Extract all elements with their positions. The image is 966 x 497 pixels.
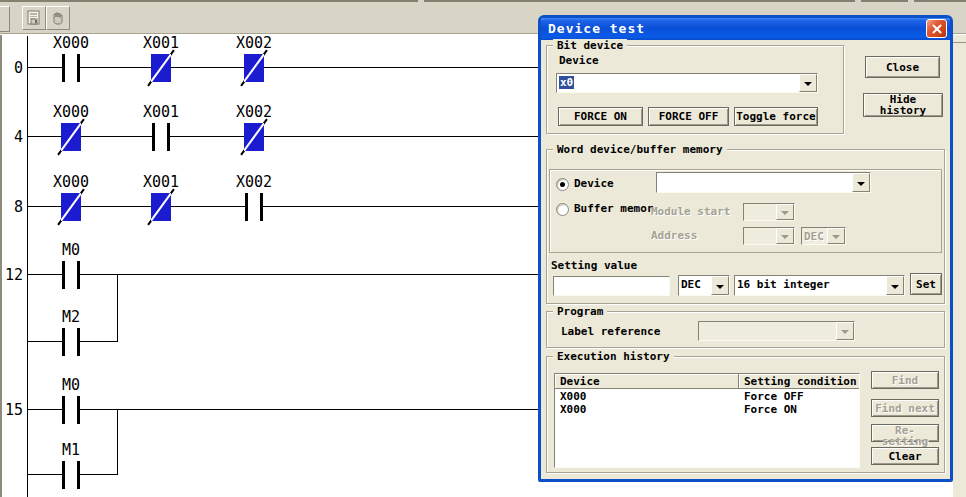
contact-bar (77, 461, 80, 489)
rung-number: 0 (0, 59, 23, 77)
monitor-write-button[interactable] (22, 6, 46, 30)
contact-X002[interactable]: X002 (222, 34, 286, 86)
execution-history-group-label: Execution history (553, 350, 674, 363)
word-device-combo-arrow[interactable] (852, 173, 870, 192)
program-group-label: Program (553, 305, 607, 318)
contact-bar (245, 193, 248, 221)
contact-gap (65, 408, 77, 412)
module-start-label: Module start (651, 205, 730, 218)
branch-vertical (117, 410, 118, 475)
hand-icon (50, 10, 66, 26)
monitor-write-icon (26, 10, 42, 26)
contact-X000[interactable]: X000 (39, 34, 103, 86)
ladder-view-left-border (0, 34, 2, 497)
module-start-combo (743, 203, 795, 221)
contact-X002[interactable]: X002 (222, 173, 286, 225)
contact-on-box (151, 193, 171, 221)
setting-format-combo[interactable]: 16 bit integer (734, 275, 905, 296)
contact-bar (260, 193, 263, 221)
execution-history-table[interactable]: DeviceSetting conditionX000Force OFFX000… (554, 373, 860, 468)
contact-label: X000 (39, 34, 103, 52)
set-button[interactable]: Set (910, 273, 942, 295)
contact-bar (167, 123, 170, 151)
history-col-header[interactable]: Setting condition (739, 374, 860, 389)
buffer-memory-radio[interactable] (556, 203, 569, 216)
setting-dec-combo[interactable]: DEC (678, 275, 730, 296)
contact-M0[interactable]: M0 (39, 376, 103, 428)
contact-bar (62, 54, 65, 82)
contact-label: X001 (129, 34, 193, 52)
contact-X001[interactable]: X001 (129, 173, 193, 225)
address-combo (743, 227, 795, 245)
contact-X000[interactable]: X000 (39, 173, 103, 225)
word-device-group-label: Word device/buffer memory (553, 143, 727, 156)
buffer-memory-radio-label[interactable]: Buffer memor (574, 202, 653, 215)
history-row[interactable]: X000Force ON (555, 403, 859, 416)
close-icon[interactable] (926, 19, 947, 38)
contact-X001[interactable]: X001 (129, 103, 193, 155)
contact-M2[interactable]: M2 (39, 308, 103, 360)
contact-bar (62, 461, 65, 489)
rung-number: 4 (0, 128, 23, 146)
contact-gap (155, 135, 167, 139)
rung-line (27, 274, 538, 275)
contact-gap (65, 273, 77, 277)
re-setting-button: Re-setting (871, 424, 939, 442)
contact-on-box (61, 193, 81, 221)
rung-number: 8 (0, 198, 23, 216)
device-radio[interactable] (556, 178, 569, 191)
close-button[interactable]: Close (865, 56, 940, 78)
contact-X000[interactable]: X000 (39, 103, 103, 155)
toolbar-partial-button[interactable] (0, 6, 10, 32)
setting-value-input[interactable] (553, 276, 670, 296)
contact-bar (77, 328, 80, 356)
contact-M1[interactable]: M1 (39, 441, 103, 493)
dialog-title: Device test (548, 21, 645, 36)
device-radio-label[interactable]: Device (574, 177, 614, 190)
force-off-button[interactable]: FORCE OFF (648, 107, 729, 126)
contact-label: M1 (39, 441, 103, 459)
rung-number: 15 (0, 401, 23, 419)
contact-on-box (61, 123, 81, 151)
contact-X002[interactable]: X002 (222, 103, 286, 155)
rung-line (27, 409, 538, 410)
contact-bar (77, 396, 80, 424)
contact-bar (152, 123, 155, 151)
contact-label: X000 (39, 173, 103, 191)
window-right-panel (953, 0, 966, 497)
branch-vertical (117, 275, 118, 342)
toggle-force-button[interactable]: Toggle force (734, 107, 818, 126)
bit-device-group-label: Bit device (553, 39, 627, 52)
force-on-button[interactable]: FORCE ON (558, 107, 643, 126)
hide-history-button[interactable]: Hide history (863, 93, 943, 117)
contact-on-box (244, 54, 264, 82)
bit-device-combo[interactable]: x0 (556, 73, 818, 93)
contact-label: X001 (129, 103, 193, 121)
contact-label: X000 (39, 103, 103, 121)
setting-value-label: Setting value (551, 259, 637, 272)
contact-bar (77, 54, 80, 82)
contact-X001[interactable]: X001 (129, 34, 193, 86)
find-next-button: Find next (871, 399, 939, 417)
history-row[interactable]: X000Force OFF (555, 390, 859, 403)
history-col-header[interactable]: Device (555, 374, 739, 389)
contact-bar (77, 261, 80, 289)
contact-on-box (151, 54, 171, 82)
pause-monitor-button[interactable] (46, 6, 70, 30)
contact-gap (65, 66, 77, 70)
setting-dec-combo-arrow[interactable] (711, 276, 729, 295)
label-reference-combo (698, 321, 855, 341)
contact-label: M2 (39, 308, 103, 326)
clear-button[interactable]: Clear (871, 447, 939, 465)
contact-gap (65, 473, 77, 477)
bit-device-combo-arrow[interactable] (799, 74, 817, 92)
dialog-titlebar[interactable]: Device test (541, 18, 950, 40)
contact-label: M0 (39, 376, 103, 394)
setting-format-combo-arrow[interactable] (886, 276, 904, 295)
word-device-combo[interactable] (656, 172, 871, 193)
contact-label: X002 (222, 173, 286, 191)
contact-label: M0 (39, 241, 103, 259)
contact-M0[interactable]: M0 (39, 241, 103, 293)
device-label: Device (559, 54, 599, 67)
contact-label: X001 (129, 173, 193, 191)
